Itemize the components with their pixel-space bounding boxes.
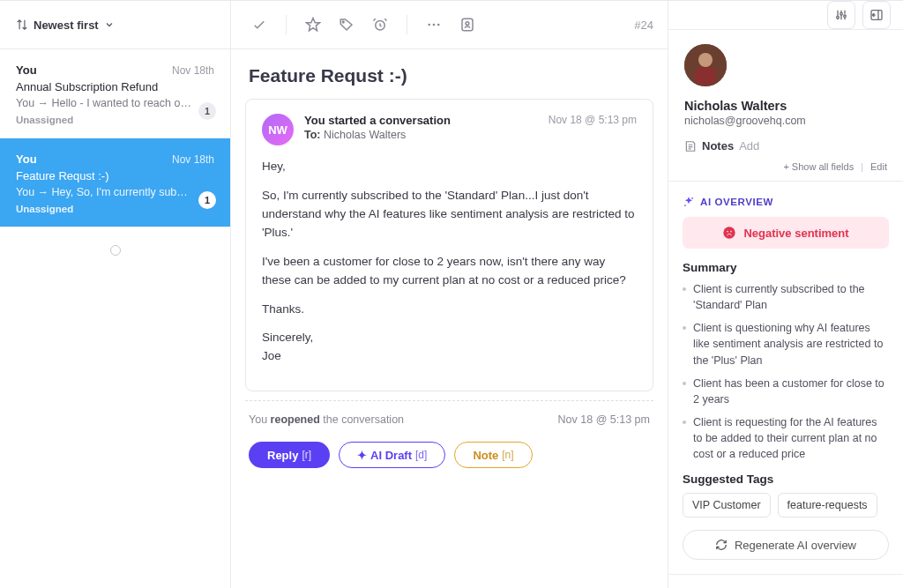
edit-customer-link[interactable]: Edit [870, 161, 887, 172]
conversation-snippet: You → Hello - I wanted to reach out ... [16, 97, 192, 109]
refresh-icon [715, 539, 728, 551]
sad-face-icon [722, 226, 736, 240]
sidebar-collapse-icon [869, 8, 884, 22]
reply-actions: Reply[r] ✦AI Draft[d] Note[n] [245, 442, 653, 468]
chevron-down-icon [104, 19, 115, 30]
svg-point-3 [433, 24, 436, 26]
summary-item: Client is questioning why AI features li… [683, 320, 889, 368]
message-card: NW You started a conversation Nov 18 @ 5… [245, 99, 653, 391]
conversation-subject: Feature Requst :-) [16, 169, 214, 182]
more-button[interactable] [420, 11, 448, 39]
ticket-number: #24 [634, 19, 653, 32]
message-timestamp: Nov 18 @ 5:13 pm [549, 114, 637, 127]
sort-bar[interactable]: Newest first [0, 1, 230, 49]
ai-overview-header: AI OVERVIEW [683, 192, 889, 217]
customer-name: Nicholas Walters [684, 99, 887, 113]
conversation-from: You [16, 63, 37, 77]
reopen-event: You reopened the conversation Nov 18 @ 5… [245, 400, 653, 426]
conversation-item[interactable]: You Nov 18th Annual Subscription Refund … [0, 49, 230, 138]
svg-point-9 [844, 15, 847, 18]
star-button[interactable] [299, 11, 327, 39]
checkmark-button[interactable] [245, 11, 273, 39]
svg-point-7 [837, 16, 840, 19]
svg-point-0 [342, 21, 344, 23]
ai-draft-button[interactable]: ✦AI Draft[d] [339, 442, 445, 468]
notes-label: Notes [702, 139, 734, 153]
conversation-count-badge: 1 [198, 191, 216, 209]
svg-point-16 [724, 227, 735, 238]
suggested-tags-header: Suggested Tags [683, 473, 889, 486]
sentiment-badge: Negative sentiment [683, 217, 889, 249]
suggested-tag[interactable]: feature-requests [778, 493, 877, 517]
customer-profile: Nicholas Walters nicholas@groovehq.com N… [668, 30, 903, 182]
customer-email: nicholas@groovehq.com [684, 115, 887, 127]
star-icon [305, 17, 321, 33]
ticket-panel: #24 Feature Requst :-) NW You started a … [231, 1, 668, 588]
svg-point-17 [728, 231, 729, 233]
message-body: Hey, So, I'm currently subscribed to the… [262, 158, 637, 366]
sparkle-icon [683, 196, 695, 208]
notes-icon [684, 140, 697, 153]
svg-point-8 [840, 12, 843, 15]
tag-button[interactable] [332, 11, 361, 39]
svg-point-6 [466, 22, 469, 26]
svg-point-4 [437, 24, 440, 26]
more-icon [426, 17, 442, 33]
note-button[interactable]: Note[n] [454, 442, 532, 468]
expand-button[interactable] [862, 1, 891, 29]
ai-overview-panel: AI OVERVIEW Negative sentiment Summary C… [668, 182, 903, 575]
recent-conversations: RECENT CONVERSATIONS Unassigned · Nov 18… [668, 575, 903, 588]
conversation-snippet: You → Hey, So, I'm currently subscri... [16, 186, 192, 198]
svg-rect-13 [695, 67, 716, 85]
tag-icon [339, 17, 354, 33]
details-toolbar [668, 1, 903, 30]
assign-button[interactable] [453, 11, 481, 39]
conversation-date: Nov 18th [172, 64, 214, 77]
snooze-button[interactable] [366, 11, 394, 39]
sliders-icon [834, 8, 848, 22]
check-icon [251, 17, 267, 33]
svg-point-2 [428, 24, 430, 26]
svg-point-14 [691, 197, 693, 199]
svg-point-18 [731, 231, 733, 233]
svg-point-12 [698, 53, 713, 67]
message-to: To: Nicholas Walters [304, 129, 637, 141]
user-badge-icon [459, 17, 475, 33]
suggested-tag[interactable]: VIP Customer [683, 493, 771, 517]
summary-list: Client is currently subscribed to the 'S… [683, 281, 889, 462]
conversation-date: Nov 18th [172, 153, 214, 166]
customer-photo[interactable] [684, 44, 727, 86]
settings-button[interactable] [827, 1, 855, 29]
notes-add-link[interactable]: Add [739, 139, 759, 153]
conversation-list-panel: Newest first You Nov 18th Annual Subscri… [0, 1, 231, 588]
app-root: Newest first You Nov 18th Annual Subscri… [0, 0, 903, 588]
conversation-status: Unassigned [16, 115, 214, 125]
conversation-count-badge: 1 [198, 102, 216, 120]
ticket-title: Feature Requst :-) [249, 65, 650, 86]
summary-item: Client has been a customer for close to … [683, 376, 889, 407]
summary-item: Client is requesting for the AI features… [683, 414, 889, 462]
sender-avatar: NW [262, 114, 294, 145]
reply-button[interactable]: Reply[r] [249, 442, 330, 468]
sort-icon [16, 19, 28, 31]
conversation-subject: Annual Subscription Refund [16, 80, 214, 93]
message-started-text: You started a conversation [304, 114, 451, 127]
regenerate-button[interactable]: Regenerate AI overview [683, 530, 889, 560]
conversation-status: Unassigned [16, 204, 214, 214]
summary-item: Client is currently subscribed to the 'S… [683, 281, 889, 313]
sort-label: Newest first [34, 19, 99, 32]
details-panel: Nicholas Walters nicholas@groovehq.com N… [668, 1, 903, 588]
show-all-fields-link[interactable]: + Show all fields [783, 161, 854, 172]
reopen-timestamp: Nov 18 @ 5:13 pm [558, 413, 650, 426]
ticket-toolbar: #24 [231, 1, 668, 49]
conversation-from: You [16, 153, 37, 166]
scroll-indicator [0, 227, 230, 256]
svg-point-15 [684, 205, 686, 206]
conversation-item-active[interactable]: You Nov 18th Feature Requst :-) You → He… [0, 138, 230, 227]
summary-header: Summary [683, 261, 889, 274]
alarm-icon [372, 17, 388, 33]
